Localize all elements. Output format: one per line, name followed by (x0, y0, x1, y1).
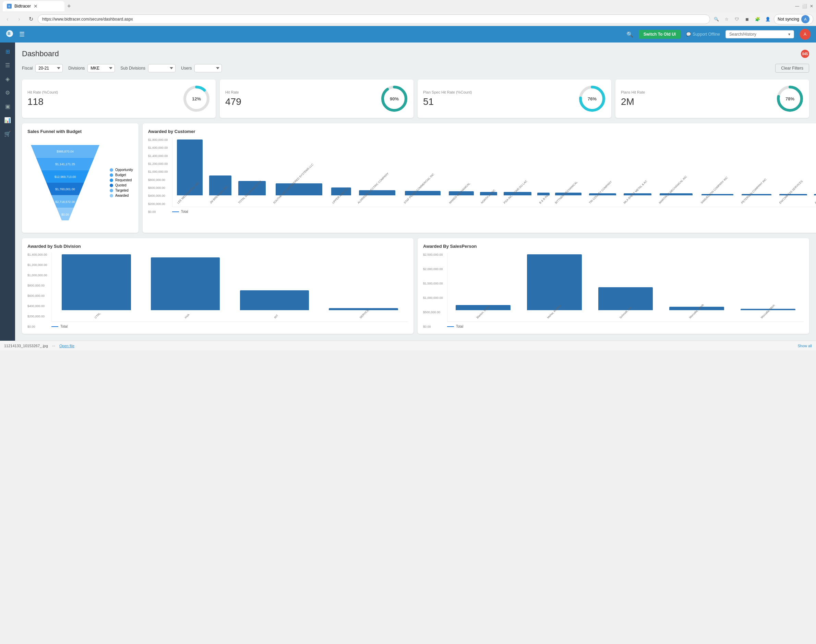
shield-icon[interactable]: 🛡 (733, 15, 741, 23)
browser-tab[interactable]: B Bidtracer ✕ (3, 1, 64, 11)
refresh-btn[interactable]: ↻ (26, 14, 36, 24)
bar-bars-customer-13[interactable] (624, 193, 652, 195)
charts-row-1: Sales Funnel with Budget $988,870.04$1,1… (22, 123, 809, 233)
app-user-avatar[interactable]: A (799, 29, 810, 40)
bar-wrapper-bars-subdivision-1: HVA (142, 254, 229, 320)
donut-wrapper-0: 12% (183, 85, 210, 112)
subdivisions-select[interactable] (148, 64, 176, 72)
bar-bars-subdivision-2[interactable] (240, 290, 309, 310)
browser-actions: 🔍 ☆ 🛡 ◼ 🧩 👤 Not syncing A (712, 14, 813, 25)
sidebar-item-list[interactable]: ☰ (2, 59, 14, 71)
header-search-icon[interactable]: 🔍 (626, 31, 633, 38)
kpi-label-2: Plan Spec Hit Rate (%Count) (423, 90, 472, 94)
bar-bars-customer-12[interactable] (589, 193, 616, 195)
sidebar-item-reports[interactable]: 📊 (2, 114, 14, 126)
hamburger-menu[interactable]: ☰ (19, 31, 25, 38)
bar-bars-customer-16[interactable] (742, 194, 772, 195)
subdivisions-label: Sub Divisions (120, 66, 146, 71)
search-history-input[interactable]: Search/History ▾ (726, 30, 794, 38)
bar-bars-customer-9[interactable] (504, 192, 531, 195)
switch-to-old-ui-button[interactable]: Switch To Old UI (639, 30, 681, 39)
customer-legend: Total (172, 210, 816, 213)
bar-wrapper-bars-salesperson-0: Blarion, Steve (449, 254, 517, 320)
legend-dot-0 (110, 168, 113, 172)
bar-label-bars-salesperson-4: Worzalla, Mitch (760, 304, 776, 319)
bar-bars-customer-18[interactable] (814, 194, 816, 195)
divisions-select[interactable]: MKE (87, 64, 115, 72)
bar-label-bars-customer-13: MLA SHEET METAL & AC (623, 179, 648, 204)
y-label-y-axis-customer-4: $1,000,000.00 (148, 170, 169, 173)
y-label-y-axis-salesperson-3: $1,000,000.00 (423, 296, 444, 299)
y-label-y-axis-customer-3: $1,200,000.00 (148, 162, 169, 166)
minimize-btn[interactable]: — (795, 4, 799, 9)
funnel-legend-item-3: Quoted (110, 183, 133, 187)
donut-label-1: 90% (390, 96, 399, 101)
funnel-label-5: $0.00 (61, 213, 69, 216)
sidebar-item-dashboard[interactable]: ⊞ (2, 45, 14, 58)
avatar-initials: A (804, 32, 807, 37)
fiscal-select[interactable]: 20-21 (35, 64, 63, 72)
legend-label-1: Budget (115, 173, 126, 177)
notification-badge[interactable]: 045 (801, 50, 809, 58)
y-label-y-axis-customer-5: $800,000.00 (148, 178, 169, 182)
maximize-btn[interactable]: ⬜ (802, 4, 807, 9)
bar-bars-customer-14[interactable] (660, 193, 693, 195)
address-bar[interactable]: https://www.bidtracer.com/secure/dashboa… (38, 14, 710, 24)
bar-label-bars-customer-5: ALDRIDGE ELECTRIC COMPANY (357, 172, 390, 205)
show-all-button[interactable]: Show all (798, 344, 812, 348)
support-offline-button[interactable]: 💬 Support Offline (686, 32, 720, 37)
funnel-label-0: $988,870.04 (57, 150, 74, 153)
sidebar-item-projects[interactable]: ▣ (2, 100, 14, 112)
bar-bars-subdivision-1[interactable] (151, 258, 220, 310)
back-btn[interactable]: ‹ (3, 14, 12, 24)
sidebar-item-settings[interactable]: ⚙ (2, 86, 14, 99)
funnel-legend-item-2: Requested (110, 178, 133, 182)
bar-wrapper-bars-customer-7: MARED MECHANICAL (446, 140, 477, 205)
legend-dot-1 (110, 173, 113, 177)
y-label-y-axis-subdivision-4: $600,000.00 (28, 294, 49, 297)
bar-wrapper-bars-subdivision-0: CTRL (53, 254, 140, 320)
bar-label-bars-customer-15: SAMUELSON COMPANY INC (700, 176, 729, 205)
awarded-by-salesperson-title: Awarded By SalesPerson (423, 244, 804, 249)
open-file-link[interactable]: Open file (59, 344, 74, 348)
forward-btn[interactable]: › (14, 14, 24, 24)
sidebar-item-bids[interactable]: ◈ (2, 73, 14, 85)
awarded-by-subdivision-card: Awarded by Sub Division $1,400,000.00$1,… (22, 238, 414, 334)
star-icon[interactable]: ☆ (722, 15, 731, 23)
bar-wrapper-bars-customer-1: JM BRENNAN, INC. (206, 140, 234, 205)
y-label-y-axis-customer-0: $1,800,000.00 (148, 138, 169, 141)
y-label-y-axis-customer-6: $600,000.00 (148, 186, 169, 190)
y-label-y-axis-subdivision-1: $1,200,000.00 (28, 263, 49, 267)
svg-text:B: B (8, 31, 11, 36)
y-label-y-axis-salesperson-0: $2,500,000.00 (423, 253, 444, 256)
kpi-row: Hit Rate (%Count) 118 12% Hit Rate 479 9… (22, 80, 809, 118)
bar-bars-customer-17[interactable] (779, 194, 807, 195)
extension-icon[interactable]: ◼ (743, 15, 751, 23)
bars-customer: LEE MECHANICAL INCJM BRENNAN, INC.TOTAL … (172, 138, 816, 207)
divisions-filter-group: Divisions MKE (68, 64, 115, 72)
search-icon[interactable]: 🔍 (712, 15, 720, 23)
tab-close-icon[interactable]: ✕ (34, 3, 38, 9)
close-btn[interactable]: ✕ (810, 4, 813, 9)
bar-bars-customer-11[interactable] (555, 193, 582, 195)
profile-icon2[interactable]: 👤 (764, 15, 772, 23)
subdivision-legend: Total (51, 325, 408, 328)
bar-bars-customer-0[interactable] (177, 140, 202, 195)
bar-bars-salesperson-2[interactable] (598, 287, 653, 310)
bar-bars-customer-15[interactable] (701, 194, 733, 195)
bar-bars-subdivision-0[interactable] (62, 254, 130, 310)
donut-label-3: 78% (785, 96, 795, 101)
not-syncing-badge[interactable]: Not syncing A (774, 14, 813, 25)
users-select[interactable] (195, 64, 222, 72)
bar-wrapper-bars-salesperson-2: Schmidt, Joe (591, 254, 660, 320)
sidebar-item-cart[interactable]: 🛒 (2, 127, 14, 140)
sidebar: ⊞ ☰ ◈ ⚙ ▣ 📊 🛒 (0, 43, 15, 341)
y-label-y-axis-customer-1: $1,600,000.00 (148, 146, 169, 149)
y-label-y-axis-subdivision-5: $400,000.00 (28, 304, 49, 308)
bar-bars-salesperson-1[interactable] (527, 254, 582, 310)
bar-wrapper-bars-salesperson-4: Worzalla, Mitch (734, 254, 802, 320)
clear-filters-button[interactable]: Clear Filters (775, 64, 809, 73)
extensions-icon[interactable]: 🧩 (753, 15, 761, 23)
bar-bars-subdivision-3[interactable] (329, 308, 398, 310)
new-tab-btn[interactable]: + (67, 3, 71, 10)
